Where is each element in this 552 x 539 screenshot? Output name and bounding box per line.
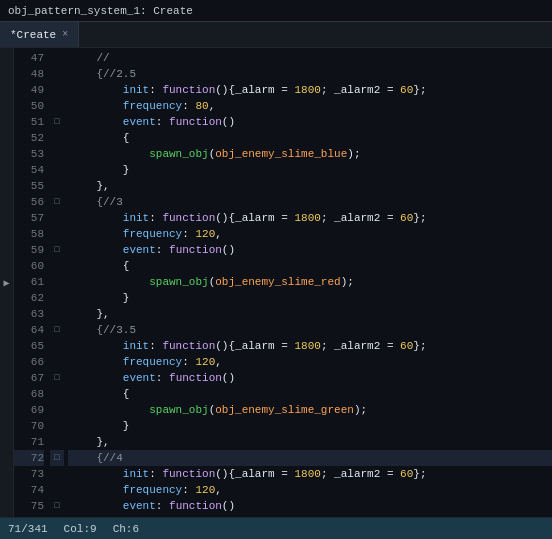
line-number: 76: [14, 514, 44, 517]
fold-indicator: [50, 66, 64, 82]
code-line: init: function(){_alarm = 1800; _alarm2 …: [68, 338, 552, 354]
fold-indicator: [50, 418, 64, 434]
line-number: 50: [14, 98, 44, 114]
title-text: obj_pattern_system_1: Create: [8, 5, 193, 17]
line-col-position: 71/341: [8, 523, 48, 535]
fold-indicator[interactable]: □: [50, 194, 64, 210]
tab-label: *Create: [10, 29, 56, 41]
line-number: 62: [14, 290, 44, 306]
code-line: {: [68, 386, 552, 402]
line-number: 55: [14, 178, 44, 194]
fold-indicator: [50, 258, 64, 274]
line-number: 69: [14, 402, 44, 418]
code-line: event: function(): [68, 498, 552, 514]
code-line: },: [68, 178, 552, 194]
code-line: {//4: [68, 450, 552, 466]
fold-indicator: [50, 82, 64, 98]
code-line: },: [68, 434, 552, 450]
fold-indicator: [50, 162, 64, 178]
code-line: frequency: 120,: [68, 354, 552, 370]
code-line: }: [68, 162, 552, 178]
line-number: 75: [14, 498, 44, 514]
code-line: spawn_obj(obj_enemy_slime_blue);: [68, 146, 552, 162]
code-line: {//3: [68, 194, 552, 210]
line-number: 57: [14, 210, 44, 226]
code-line: }: [68, 418, 552, 434]
line-number: 48: [14, 66, 44, 82]
line-number: 64: [14, 322, 44, 338]
fold-indicator: [50, 482, 64, 498]
tab-bar: *Create ×: [0, 22, 552, 48]
sidebar-collapse-arrow[interactable]: ▶: [0, 48, 14, 517]
line-number: 63: [14, 306, 44, 322]
fold-indicator: [50, 146, 64, 162]
line-number: 53: [14, 146, 44, 162]
code-line: event: function(): [68, 370, 552, 386]
line-number: 72: [14, 450, 44, 466]
code-line: frequency: 120,: [68, 226, 552, 242]
fold-indicator: [50, 226, 64, 242]
fold-indicator[interactable]: □: [50, 450, 64, 466]
fold-indicator: [50, 130, 64, 146]
fold-indicator: [50, 178, 64, 194]
fold-indicator: [50, 210, 64, 226]
code-line: frequency: 80,: [68, 98, 552, 114]
fold-indicator: [50, 354, 64, 370]
fold-indicator[interactable]: □: [50, 114, 64, 130]
title-bar: obj_pattern_system_1: Create: [0, 0, 552, 22]
fold-indicator: [50, 402, 64, 418]
fold-indicator[interactable]: □: [50, 498, 64, 514]
code-editor[interactable]: // {//2.5 init: function(){_alarm = 1800…: [64, 48, 552, 517]
line-number: 67: [14, 370, 44, 386]
fold-indicator: [50, 290, 64, 306]
fold-indicator[interactable]: □: [50, 242, 64, 258]
col-info: Col:9: [64, 523, 97, 535]
code-line: {: [68, 514, 552, 517]
code-line: {: [68, 130, 552, 146]
fold-indicator[interactable]: □: [50, 370, 64, 386]
code-line: spawn_obj(obj_enemy_slime_green);: [68, 402, 552, 418]
line-number: 73: [14, 466, 44, 482]
fold-indicator: [50, 274, 64, 290]
line-number: 56: [14, 194, 44, 210]
line-number: 54: [14, 162, 44, 178]
fold-indicator: [50, 50, 64, 66]
fold-indicator[interactable]: □: [50, 322, 64, 338]
tab-close-button[interactable]: ×: [62, 29, 68, 40]
code-line: frequency: 120,: [68, 482, 552, 498]
fold-indicator: [50, 306, 64, 322]
line-number: 49: [14, 82, 44, 98]
line-number: 59: [14, 242, 44, 258]
code-line: {//2.5: [68, 66, 552, 82]
code-line: //: [68, 50, 552, 66]
tab-create[interactable]: *Create ×: [0, 22, 79, 47]
fold-indicator: [50, 514, 64, 517]
line-numbers: 4748495051525354555657585960616263646566…: [14, 48, 50, 517]
line-number: 58: [14, 226, 44, 242]
status-bar: 71/341 Col:9 Ch:6: [0, 517, 552, 539]
line-number: 61: [14, 274, 44, 290]
code-line: init: function(){_alarm = 1800; _alarm2 …: [68, 466, 552, 482]
code-line: spawn_obj(obj_enemy_slime_red);: [68, 274, 552, 290]
code-line: event: function(): [68, 242, 552, 258]
code-line: init: function(){_alarm = 1800; _alarm2 …: [68, 82, 552, 98]
fold-indicator: [50, 434, 64, 450]
line-number: 70: [14, 418, 44, 434]
line-number: 74: [14, 482, 44, 498]
line-number: 65: [14, 338, 44, 354]
arrow-icon: ▶: [3, 277, 9, 289]
ch-info: Ch:6: [113, 523, 139, 535]
line-number: 71: [14, 434, 44, 450]
code-line: init: function(){_alarm = 1800; _alarm2 …: [68, 210, 552, 226]
line-number: 60: [14, 258, 44, 274]
code-line: }: [68, 290, 552, 306]
code-line: {//3.5: [68, 322, 552, 338]
line-number: 51: [14, 114, 44, 130]
fold-indicator: [50, 98, 64, 114]
fold-indicator: [50, 386, 64, 402]
fold-column: □□□□□□□: [50, 48, 64, 517]
code-line: {: [68, 258, 552, 274]
code-line: event: function(): [68, 114, 552, 130]
line-number: 47: [14, 50, 44, 66]
line-number: 68: [14, 386, 44, 402]
